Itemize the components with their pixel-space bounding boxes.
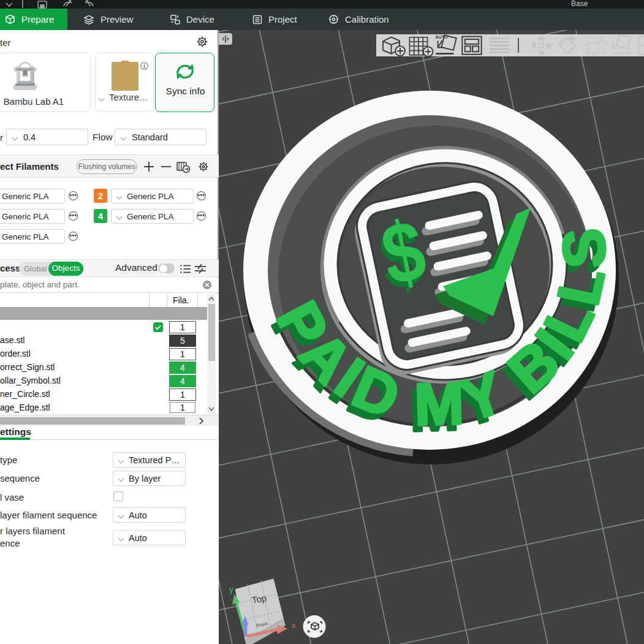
svg-text:x: x [292,621,296,630]
svg-text:Base: Base [571,0,588,8]
svg-text:AUTO: AUTO [435,34,448,40]
svg-text:y: y [229,585,233,594]
svg-text:S: S [550,227,618,269]
svg-text:i: i [143,63,145,69]
